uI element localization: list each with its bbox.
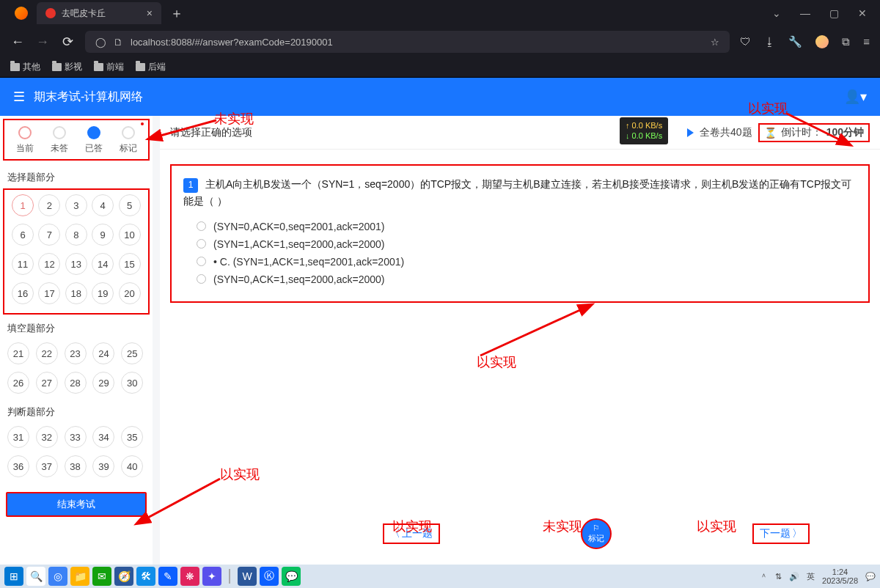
question-number-button[interactable]: 7: [38, 224, 60, 246]
question-number-button[interactable]: 38: [65, 455, 87, 477]
tab-favicon-icon: [45, 8, 56, 18]
bookmark-folder[interactable]: 影视: [52, 61, 82, 73]
tray-ime[interactable]: 英: [807, 571, 815, 582]
question-number-button[interactable]: 34: [92, 426, 114, 448]
protection-icon[interactable]: 🛡: [740, 35, 751, 48]
question-number-button[interactable]: 4: [92, 194, 114, 216]
question-number-button[interactable]: 26: [7, 372, 29, 394]
question-number-button[interactable]: 2: [38, 194, 60, 216]
question-number-button[interactable]: 15: [119, 253, 141, 275]
question-number-button[interactable]: 39: [92, 455, 114, 477]
url-input[interactable]: ◯ 🗋 localhost:8088/#/answer?examCode=201…: [85, 31, 730, 53]
forward-button[interactable]: →: [35, 34, 50, 50]
fill-grid: 21222324252627282930: [0, 339, 153, 401]
question-number-button[interactable]: 9: [92, 224, 114, 246]
question-number-button[interactable]: 35: [121, 426, 143, 448]
window-maximize-icon[interactable]: ▢: [829, 7, 839, 19]
tray-notification-icon[interactable]: 💬: [865, 572, 876, 581]
bookmark-star-icon[interactable]: ☆: [711, 37, 719, 48]
bookmark-folder[interactable]: 前端: [94, 61, 124, 73]
question-number-button[interactable]: 8: [65, 224, 87, 246]
taskbar-word-icon[interactable]: W: [238, 567, 257, 586]
question-number-button[interactable]: 20: [119, 282, 141, 304]
question-number-button[interactable]: 24: [92, 342, 114, 364]
question-number-button[interactable]: 16: [12, 282, 34, 304]
question-number-button[interactable]: 25: [121, 342, 143, 364]
question-number-button[interactable]: 18: [65, 282, 87, 304]
answer-option[interactable]: • C. (SYN=1,ACK=1,seq=2001,ack=2001): [183, 253, 857, 271]
window-close-icon[interactable]: ✕: [858, 7, 867, 19]
question-number-button[interactable]: 5: [119, 194, 141, 216]
extensions-icon[interactable]: ⧉: [842, 35, 850, 48]
question-number-button[interactable]: 23: [65, 342, 87, 364]
question-number-button[interactable]: 36: [7, 455, 29, 477]
user-menu[interactable]: 👤▾: [844, 89, 867, 105]
select-prompt: 请选择正确的选项: [170, 126, 252, 139]
question-number-button[interactable]: 27: [36, 372, 58, 394]
question-number-button[interactable]: 40: [121, 455, 143, 477]
close-tab-icon[interactable]: ×: [147, 7, 153, 19]
taskbar-app-icon[interactable]: ✦: [202, 567, 221, 586]
answer-option[interactable]: (SYN=0,ACK=0,seq=2001,ack=2001): [183, 218, 857, 235]
next-question-button[interactable]: 下一题〉: [752, 523, 810, 544]
answer-option[interactable]: (SYN=0,ACK=1,seq=2000,ack=2000): [183, 271, 857, 288]
question-number-button[interactable]: 17: [38, 282, 60, 304]
question-number-button[interactable]: 21: [7, 342, 29, 364]
question-number-button[interactable]: 6: [12, 224, 34, 246]
question-number-button[interactable]: 3: [65, 194, 87, 216]
timer-label: 倒计时：: [781, 126, 822, 139]
taskbar-app-icon[interactable]: ✉: [92, 567, 111, 586]
taskbar-app-icon[interactable]: 🛠: [136, 567, 155, 586]
taskbar-app-icon[interactable]: ❋: [180, 567, 199, 586]
bookmark-folder[interactable]: 其他: [10, 61, 40, 73]
window-dropdown-icon[interactable]: ⌄: [772, 7, 781, 19]
start-button[interactable]: ⊞: [4, 567, 23, 586]
new-tab-button[interactable]: ＋: [170, 4, 183, 22]
question-number-button[interactable]: 12: [38, 253, 60, 275]
tools-icon[interactable]: 🔧: [788, 35, 802, 48]
question-number-button[interactable]: 32: [36, 426, 58, 448]
question-number-button[interactable]: 22: [36, 342, 58, 364]
bookmarks-bar: 其他 影视 前端 后端: [0, 57, 880, 78]
tray-volume-icon[interactable]: 🔊: [789, 572, 799, 581]
taskbar-app-icon[interactable]: ◎: [48, 567, 67, 586]
question-number-button[interactable]: 33: [65, 426, 87, 448]
question-number-button[interactable]: 19: [92, 282, 114, 304]
prev-question-button[interactable]: 〈上一题: [383, 523, 440, 544]
question-number-button[interactable]: 14: [92, 253, 114, 275]
browser-address-bar: ← → ⟳ ◯ 🗋 localhost:8088/#/answer?examCo…: [0, 26, 880, 57]
reload-button[interactable]: ⟳: [60, 34, 75, 50]
flag-question-button[interactable]: ⚐ 标记: [581, 518, 612, 549]
mark-indicator-icon: [141, 122, 144, 125]
taskbar-app-icon[interactable]: Ⓚ: [260, 567, 279, 586]
exam-title: 期末考试-计算机网络: [34, 89, 143, 105]
end-exam-button[interactable]: 结束考试: [6, 492, 147, 517]
question-number-button[interactable]: 1: [12, 194, 34, 216]
question-number-button[interactable]: 10: [119, 224, 141, 246]
tray-chevron-icon[interactable]: ＾: [760, 571, 768, 582]
question-number-button[interactable]: 30: [121, 372, 143, 394]
tab-title: 去吧皮卡丘: [62, 7, 106, 20]
taskbar-app-icon[interactable]: 🧭: [114, 567, 133, 586]
app-menu-icon[interactable]: ≡: [863, 35, 870, 48]
question-number-button[interactable]: 29: [92, 372, 114, 394]
browser-tab[interactable]: 去吧皮卡丘 ×: [37, 2, 161, 24]
question-number-button[interactable]: 13: [65, 253, 87, 275]
back-button[interactable]: ←: [10, 34, 25, 50]
download-icon[interactable]: ⭳: [764, 35, 775, 48]
taskbar-app-icon[interactable]: ✎: [158, 567, 177, 586]
tray-wifi-icon[interactable]: ⇅: [775, 572, 782, 581]
question-number-button[interactable]: 11: [12, 253, 34, 275]
account-avatar-icon[interactable]: [815, 35, 829, 48]
search-icon[interactable]: 🔍: [26, 567, 45, 586]
taskbar-wechat-icon[interactable]: 💬: [282, 567, 301, 586]
fold-menu-icon[interactable]: ☰: [13, 89, 25, 105]
bookmark-folder[interactable]: 后端: [136, 61, 166, 73]
taskbar-app-icon[interactable]: 📁: [70, 567, 89, 586]
radio-icon: [197, 257, 206, 266]
question-number-button[interactable]: 28: [65, 372, 87, 394]
window-minimize-icon[interactable]: —: [800, 7, 810, 19]
answer-option[interactable]: (SYN=1,ACK=1,seq=2000,ack=2000): [183, 235, 857, 253]
question-number-button[interactable]: 31: [7, 426, 29, 448]
question-number-button[interactable]: 37: [36, 455, 58, 477]
